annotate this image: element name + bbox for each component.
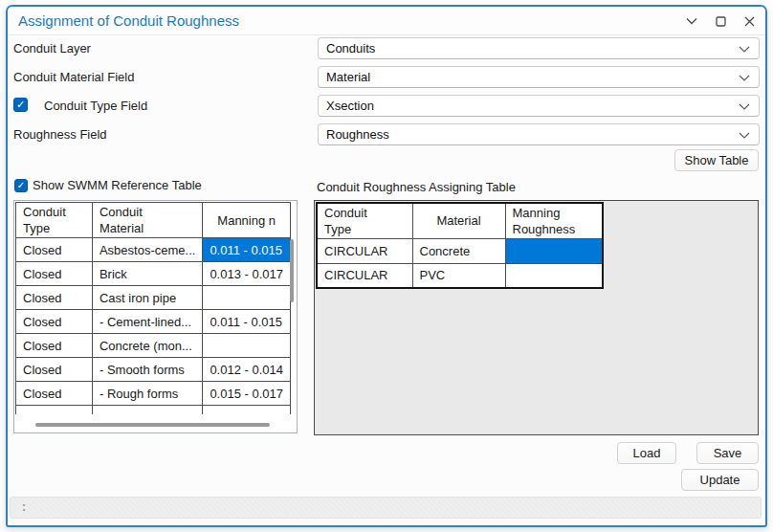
table-cell[interactable]	[203, 286, 291, 310]
table-row: CIRCULARConcrete	[317, 238, 603, 263]
assigning-table: Conduit TypeMaterialManning RoughnessCIR…	[316, 202, 604, 289]
checkmark-icon: ✓	[16, 100, 25, 110]
table-cell[interactable]: Closed	[16, 262, 93, 286]
window-close-button[interactable]	[740, 12, 758, 30]
maximize-icon	[716, 16, 726, 27]
horizontal-scrollbar[interactable]	[35, 423, 270, 427]
table-cell[interactable]: Closed	[16, 358, 93, 382]
chevron-down-icon	[739, 103, 750, 110]
table-cell[interactable]: 0.012 - 0.014	[203, 358, 291, 382]
table-row: ClosedAsbestos-ceme...0.011 - 0.015	[16, 238, 291, 262]
header-row: Conduit TypeMaterialManning Roughness	[317, 203, 603, 238]
header-row: Conduit TypeConduit MaterialManning n	[16, 203, 291, 238]
table-cell[interactable]: Closed	[16, 334, 93, 358]
table-cell[interactable]: Concrete (mon...	[92, 334, 202, 358]
table-cell[interactable]: - Rough forms	[92, 382, 202, 406]
table-row: ClosedBrick0.013 - 0.017	[16, 262, 291, 286]
conduit-material-field-label: Conduit Material Field	[13, 66, 134, 88]
conduit-layer-label: Conduit Layer	[13, 37, 91, 59]
dialog-window: Assignment of Conduit Roughness Conduit …	[6, 5, 767, 527]
column-header[interactable]: Conduit Material	[92, 203, 202, 238]
update-button[interactable]: Update	[681, 469, 759, 491]
table-cell[interactable]: CIRCULAR	[317, 263, 412, 288]
table-cell[interactable]: - Smooth forms	[92, 358, 202, 382]
table-cell[interactable]: Closed	[16, 382, 93, 406]
table-cell[interactable]: Closed	[16, 238, 93, 262]
material-field-select[interactable]: Material	[318, 66, 760, 88]
table-cell[interactable]: Closed	[16, 310, 93, 334]
selected-value: Material	[319, 70, 759, 84]
table-cell[interactable]: - Cement-lined...	[92, 310, 202, 334]
table-row: Closed- Rough forms0.015 - 0.017	[16, 382, 291, 406]
roughness-field-select[interactable]: Roughness	[318, 123, 760, 145]
window-collapse-button[interactable]	[683, 12, 700, 30]
resize-grip[interactable]: :	[22, 500, 26, 514]
column-header[interactable]: Material	[412, 203, 505, 238]
column-header[interactable]: Conduit Type	[317, 203, 412, 238]
table-cell[interactable]	[203, 406, 291, 415]
column-header[interactable]: Manning Roughness	[505, 203, 603, 238]
type-field-select[interactable]: Xsection	[318, 95, 760, 117]
chevron-down-icon	[739, 46, 750, 53]
window-title: Assignment of Conduit Roughness	[18, 12, 239, 29]
table-cell[interactable]: 0.011 - 0.015	[203, 238, 291, 262]
chevron-down-icon	[739, 132, 750, 139]
load-button[interactable]: Load	[617, 442, 676, 464]
table-cell[interactable]	[505, 263, 603, 288]
save-button[interactable]: Save	[696, 442, 759, 464]
roughness-field-label: Roughness Field	[13, 123, 107, 145]
vertical-scrollbar[interactable]	[290, 239, 294, 302]
chevron-down-icon	[686, 17, 697, 25]
column-header[interactable]: Conduit Type	[16, 203, 93, 238]
swmm-reference-table: Conduit TypeConduit MaterialManning nClo…	[15, 202, 291, 414]
title-bar[interactable]: Assignment of Conduit Roughness	[8, 7, 765, 35]
table-row: ClosedConcrete (mon...	[16, 334, 291, 358]
table-cell[interactable]: Brick	[92, 262, 202, 286]
table-cell[interactable]: 0.013 - 0.017	[203, 262, 291, 286]
swmm-reference-table-container: Conduit TypeConduit MaterialManning nClo…	[13, 200, 298, 433]
table-row: Closed- Smooth forms0.012 - 0.014	[16, 358, 291, 382]
table-row: ClosedCast iron pipe	[16, 286, 291, 310]
table-row	[16, 406, 291, 415]
table-cell[interactable]	[16, 406, 93, 415]
show-reference-label: Show SWMM Reference Table	[33, 176, 202, 195]
status-bar: :	[10, 497, 762, 519]
assigning-table-panel: Conduit TypeMaterialManning RoughnessCIR…	[314, 200, 759, 435]
conduit-type-checkbox[interactable]: ✓	[13, 98, 28, 112]
table-cell[interactable]: Closed	[16, 286, 93, 310]
table-cell[interactable]: 0.011 - 0.015	[203, 310, 291, 334]
conduit-type-field-label: Conduit Type Field	[44, 95, 147, 117]
selected-value: Xsection	[319, 99, 759, 113]
show-table-button[interactable]: Show Table	[674, 149, 759, 171]
window-maximize-button[interactable]	[712, 12, 729, 30]
table-cell[interactable]: PVC	[412, 263, 505, 288]
table-cell[interactable]: 0.015 - 0.017	[203, 382, 291, 406]
table-cell[interactable]	[92, 406, 202, 415]
table-cell[interactable]: Concrete	[412, 238, 505, 263]
selected-value: Conduits	[319, 41, 759, 55]
table-row: CIRCULARPVC	[317, 263, 603, 288]
conduit-layer-select[interactable]: Conduits	[318, 37, 760, 59]
assigning-table-label: Conduit Roughness Assigning Table	[317, 180, 516, 194]
selected-value: Roughness	[319, 127, 759, 142]
table-cell[interactable]: Cast iron pipe	[92, 286, 202, 310]
window-controls	[683, 7, 758, 35]
table-row: Closed- Cement-lined...0.011 - 0.015	[16, 310, 291, 334]
close-icon	[744, 16, 755, 27]
table-cell[interactable]	[505, 238, 603, 263]
table-cell[interactable]	[203, 334, 291, 358]
table-cell[interactable]: CIRCULAR	[317, 238, 412, 263]
show-reference-checkbox[interactable]: ✓	[14, 179, 28, 192]
checkmark-icon: ✓	[17, 181, 25, 190]
column-header[interactable]: Manning n	[203, 203, 291, 238]
chevron-down-icon	[739, 75, 750, 81]
table-cell[interactable]: Asbestos-ceme...	[92, 238, 202, 262]
